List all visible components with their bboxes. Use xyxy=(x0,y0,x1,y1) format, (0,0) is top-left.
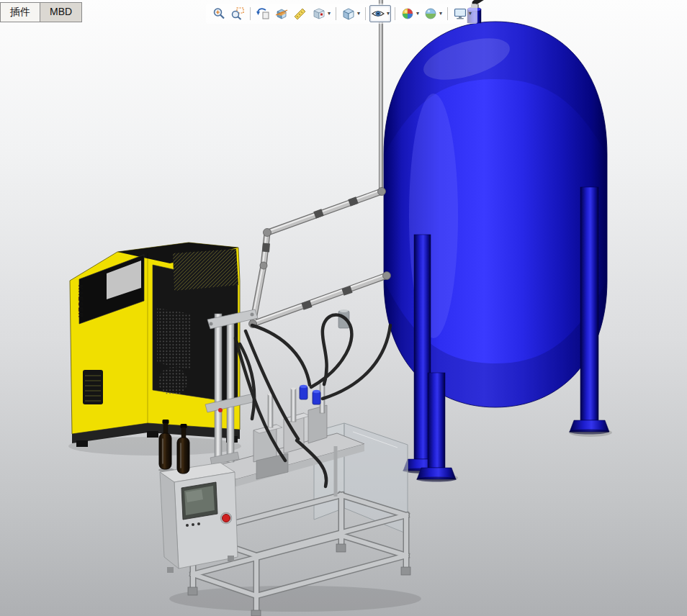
view-orientation-button[interactable]: ▾ xyxy=(340,5,362,22)
view-cube-icon xyxy=(341,6,356,21)
compressor-perforation xyxy=(158,367,187,396)
back-arrow-icon xyxy=(256,6,270,21)
command-tabs: 插件 MBD xyxy=(0,2,82,22)
indicator-dot xyxy=(218,408,223,412)
panel-button[interactable] xyxy=(192,523,194,526)
annotation-cube-icon xyxy=(312,6,326,21)
control-cabinet[interactable] xyxy=(160,463,238,573)
chevron-down-icon: ▾ xyxy=(416,11,419,17)
toolbar-separator xyxy=(336,7,336,20)
compressor-grille xyxy=(83,370,103,404)
measure-button[interactable] xyxy=(292,5,309,22)
previous-view-button[interactable] xyxy=(254,5,271,22)
eye-icon xyxy=(371,6,385,21)
air-piping[interactable] xyxy=(249,188,391,328)
panel-button[interactable] xyxy=(197,522,200,525)
zoom-to-fit-button[interactable] xyxy=(210,5,228,22)
magnifier-area-icon xyxy=(230,6,245,21)
toolbar-separator xyxy=(447,7,448,20)
pressure-tank[interactable] xyxy=(384,0,609,482)
screw-compressor[interactable]: KAESER xyxy=(70,243,240,447)
toolbar-separator xyxy=(395,7,395,20)
tab-mbd[interactable]: MBD xyxy=(40,2,82,22)
chevron-down-icon: ▾ xyxy=(327,11,331,17)
tab-plugins[interactable]: 插件 xyxy=(0,2,40,22)
edit-appearance-button[interactable]: ▾ xyxy=(399,5,421,22)
assembly-scene-svg[interactable]: KAESER xyxy=(0,0,687,616)
chevron-down-icon: ▾ xyxy=(356,11,360,17)
annotation-views-button[interactable]: ▾ xyxy=(310,5,332,22)
toolbar-separator xyxy=(250,7,251,20)
panel-button[interactable] xyxy=(186,524,189,527)
view-settings-button[interactable]: ▾ xyxy=(452,5,473,22)
monitor-icon xyxy=(453,6,467,21)
heads-up-toolbar: ▾ ▾ ▾ ▾ xyxy=(206,4,477,24)
magnifier-icon xyxy=(212,6,226,21)
appearance-ball-icon xyxy=(400,6,415,21)
compressor-vent-grid xyxy=(157,308,190,370)
toolbar-separator xyxy=(365,7,366,20)
ceiling-pipe[interactable] xyxy=(380,0,381,190)
chevron-down-icon: ▾ xyxy=(439,11,442,17)
section-view-button[interactable] xyxy=(273,5,290,22)
pipe-elbows xyxy=(249,188,391,328)
viewport-3d[interactable]: KAESER xyxy=(0,0,687,616)
compressor-brand-text: KAESER xyxy=(77,285,84,319)
chevron-down-icon: ▾ xyxy=(468,11,472,17)
scene-ball-icon xyxy=(423,6,438,21)
zoom-to-area-button[interactable] xyxy=(229,5,246,22)
section-cube-icon xyxy=(274,6,289,21)
hide-show-items-button[interactable]: ▾ xyxy=(369,5,391,22)
emergency-stop-button[interactable] xyxy=(223,515,230,522)
ruler-icon xyxy=(293,6,307,21)
chevron-down-icon: ▾ xyxy=(386,11,390,17)
apply-scene-button[interactable]: ▾ xyxy=(422,5,444,22)
